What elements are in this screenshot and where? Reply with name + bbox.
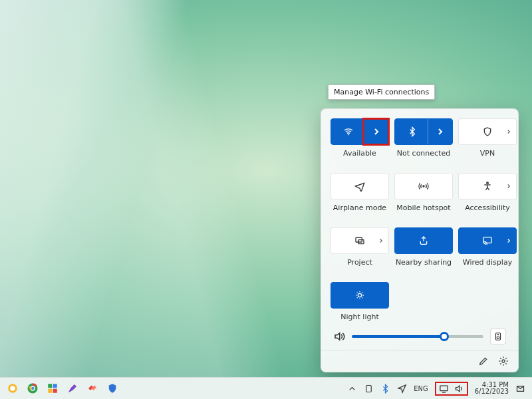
taskbar-clock[interactable]: 4:31 PM 6/12/2023 (475, 382, 509, 396)
chevron-right-icon (505, 183, 512, 190)
volume-tray-icon[interactable] (454, 384, 464, 394)
clock-date: 6/12/2023 (475, 388, 509, 396)
app-icon-security[interactable] (106, 382, 118, 394)
app-icon-paint[interactable] (66, 382, 78, 394)
airplane-icon (354, 181, 365, 192)
chevron-right-icon (371, 126, 382, 137)
night-light-tile[interactable] (331, 282, 389, 309)
sound-output-icon (493, 332, 503, 341)
audio-output-button[interactable] (490, 329, 506, 344)
night-light-icon (354, 290, 365, 301)
svg-point-12 (10, 386, 15, 391)
hotspot-icon (418, 181, 429, 192)
svg-point-9 (497, 334, 498, 335)
wifi-tile[interactable] (331, 118, 389, 145)
svg-point-0 (348, 134, 349, 136)
wifi-label: Available (331, 149, 389, 158)
chevron-right-icon (435, 126, 446, 137)
taskbar-pinned-apps (0, 382, 118, 394)
wifi-expand-button[interactable] (364, 119, 388, 144)
app-icon-chrome[interactable] (27, 382, 39, 394)
chevron-right-icon (505, 237, 512, 244)
location-tray-icon[interactable] (397, 384, 407, 394)
edit-icon[interactable] (478, 356, 489, 366)
chevron-right-icon (505, 128, 512, 135)
svg-rect-18 (48, 389, 52, 393)
wifi-icon (343, 126, 354, 137)
taskbar: ENG 4:31 PM 6/12/2023 (0, 377, 532, 399)
gear-icon[interactable] (498, 356, 509, 366)
bluetooth-expand-button[interactable] (428, 119, 452, 144)
quick-settings-tiles: Available Not connected VPN (321, 109, 518, 326)
project-tile[interactable] (331, 227, 389, 254)
quick-settings-panel: Manage Wi-Fi connections Available (321, 108, 519, 372)
wired-display-tile[interactable] (458, 227, 517, 254)
mobile-hotspot-tile[interactable] (394, 173, 453, 200)
network-tray-icon[interactable] (439, 384, 449, 394)
app-icon-browser1[interactable] (7, 382, 19, 394)
bluetooth-label: Not connected (394, 149, 453, 158)
nearby-sharing-tile[interactable] (394, 227, 453, 254)
wifi-expand-tooltip: Manage Wi-Fi connections (328, 84, 435, 100)
onedrive-tray-icon[interactable] (364, 384, 374, 394)
panel-footer (321, 350, 518, 368)
chevron-right-icon (378, 237, 384, 244)
airplane-mode-tile[interactable] (331, 173, 389, 200)
accessibility-icon (482, 181, 493, 192)
svg-rect-21 (440, 386, 448, 391)
accessibility-label: Accessibility (458, 203, 517, 213)
project-label: Project (331, 258, 389, 267)
airplane-label: Airplane mode (331, 203, 389, 213)
wired-label: Wired display (458, 258, 517, 267)
network-sound-tray-group[interactable] (435, 382, 468, 396)
bluetooth-tray-icon[interactable] (380, 384, 390, 394)
notifications-tray-icon[interactable] (515, 384, 525, 394)
svg-rect-5 (483, 237, 491, 243)
tray-overflow-chevron-icon[interactable] (347, 384, 357, 394)
volume-slider[interactable] (352, 335, 483, 338)
svg-rect-19 (53, 389, 57, 393)
bluetooth-tile[interactable] (394, 118, 453, 145)
vpn-tile[interactable] (458, 118, 517, 145)
share-icon (418, 235, 429, 246)
vpn-label: VPN (458, 149, 517, 158)
system-tray: ENG 4:31 PM 6/12/2023 (347, 382, 532, 396)
svg-point-10 (502, 360, 505, 362)
svg-rect-16 (48, 384, 52, 388)
svg-point-6 (358, 293, 361, 297)
accessibility-tile[interactable] (458, 173, 517, 200)
nightlight-label: Night light (331, 313, 389, 322)
svg-point-2 (487, 182, 489, 184)
volume-row (321, 326, 518, 350)
speaker-icon[interactable] (333, 331, 345, 342)
project-icon (354, 235, 365, 246)
svg-rect-20 (366, 385, 372, 392)
bluetooth-icon (407, 126, 418, 137)
app-icon-anydesk[interactable] (86, 382, 98, 394)
svg-rect-17 (53, 384, 57, 388)
shield-icon (482, 126, 493, 137)
language-indicator[interactable]: ENG (414, 385, 428, 392)
svg-point-8 (497, 336, 499, 339)
nearby-label: Nearby sharing (394, 258, 453, 267)
hotspot-label: Mobile hotspot (394, 203, 453, 213)
cast-icon (482, 235, 493, 246)
wifi-toggle[interactable] (331, 119, 366, 144)
app-icon-store[interactable] (47, 382, 59, 394)
svg-point-1 (423, 186, 424, 187)
bluetooth-toggle[interactable] (395, 119, 430, 144)
